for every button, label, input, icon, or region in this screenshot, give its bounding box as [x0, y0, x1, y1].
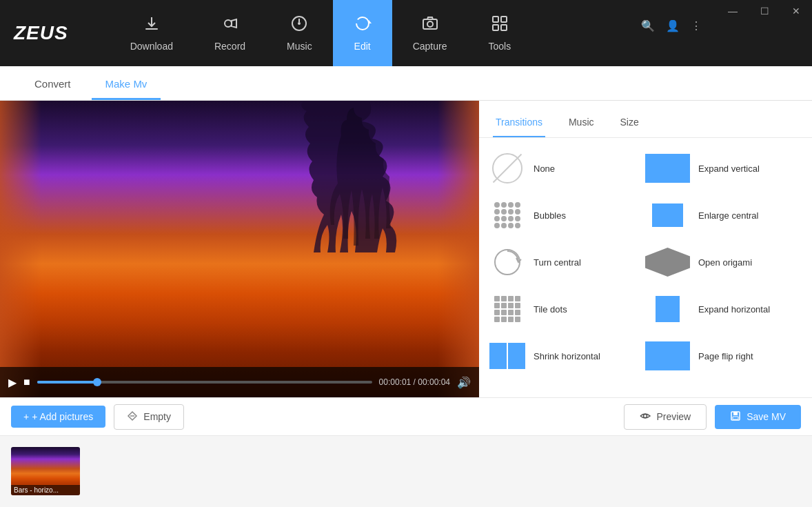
- svg-point-11: [644, 414, 647, 417]
- nav-item-music[interactable]: Music: [266, 8, 333, 59]
- shrink-horizontal-label: Shrink horizontal: [534, 351, 637, 361]
- empty-label: Empty: [143, 411, 171, 422]
- maximize-button[interactable]: ☐: [749, 0, 780, 22]
- progress-thumb: [93, 378, 101, 386]
- add-icon: +: [23, 411, 29, 422]
- open-origami-preview: [645, 248, 690, 277]
- enlarge-central-label: Enlarge central: [698, 210, 802, 221]
- page-flip-right-preview: [645, 341, 690, 370]
- transition-shrink-horizontal[interactable]: Shrink horizontal Page flip right: [479, 332, 812, 379]
- minimize-button[interactable]: —: [717, 0, 749, 22]
- app-logo: ZEUS: [14, 22, 68, 44]
- eye-icon: [640, 410, 651, 424]
- svg-point-3: [298, 22, 301, 25]
- nav-item-capture[interactable]: Capture: [392, 8, 468, 59]
- transition-none[interactable]: None Expand vertical: [479, 145, 812, 192]
- expand-horizontal-preview: [645, 295, 690, 324]
- record-icon: [221, 14, 239, 37]
- svg-rect-6: [493, 17, 498, 22]
- music-icon: [290, 14, 308, 37]
- video-controls: ▶ ■ 00:00:01 / 00:00:04 🔊: [0, 367, 479, 397]
- save-mv-label: Save MV: [747, 411, 786, 422]
- nav-label-tools: Tools: [488, 41, 511, 52]
- video-overlay-left: [0, 101, 41, 397]
- transitions-list: None Expand vertical Bubbles: [479, 138, 812, 397]
- transition-bubbles[interactable]: Bubbles Enlarge central: [479, 192, 812, 239]
- tree-silhouette: [286, 101, 424, 294]
- nav-items: Download Record Music: [110, 0, 798, 66]
- nav-item-tools[interactable]: Tools: [467, 8, 531, 59]
- nav-label-record: Record: [214, 41, 245, 52]
- transition-turn-central[interactable]: Turn central Open origami: [479, 239, 812, 286]
- add-pictures-label: + Add pictures: [32, 411, 93, 422]
- panel-tabs: Transitions Music Size: [479, 101, 812, 138]
- preview-label: Preview: [656, 411, 691, 422]
- nav-label-music: Music: [287, 41, 312, 52]
- video-overlay-right: [438, 101, 479, 397]
- bubbles-label: Bubbles: [534, 210, 637, 221]
- nav-item-download[interactable]: Download: [110, 8, 194, 59]
- video-player: ▶ ■ 00:00:01 / 00:00:04 🔊: [0, 101, 479, 397]
- tab-size[interactable]: Size: [618, 111, 642, 137]
- transitions-panel: Transitions Music Size None Expand verti…: [479, 101, 812, 397]
- tab-transitions[interactable]: Transitions: [493, 111, 545, 137]
- capture-icon: [421, 14, 439, 37]
- play-button[interactable]: ▶: [8, 376, 17, 389]
- nav-label-download: Download: [130, 41, 173, 52]
- save-icon: [730, 410, 741, 424]
- window-controls: — ☐ ✕: [717, 0, 812, 22]
- svg-rect-8: [493, 25, 498, 30]
- more-icon[interactable]: ⋮: [691, 19, 702, 32]
- tab-convert[interactable]: Convert: [21, 70, 85, 100]
- topnav: ZEUS Download Record: [0, 0, 812, 66]
- filmstrip: Bars - horizo...: [0, 436, 812, 507]
- stop-button[interactable]: ■: [23, 376, 30, 388]
- empty-button[interactable]: Empty: [114, 404, 184, 430]
- none-label: None: [534, 163, 637, 174]
- nav-item-record[interactable]: Record: [194, 8, 266, 59]
- main-content: ▶ ■ 00:00:01 / 00:00:04 🔊 Transitions Mu…: [0, 101, 812, 397]
- svg-rect-0: [145, 28, 158, 30]
- download-icon: [143, 14, 161, 37]
- expand-vertical-preview: [645, 154, 690, 183]
- tab-music[interactable]: Music: [566, 111, 597, 137]
- add-pictures-button[interactable]: + + Add pictures: [11, 406, 105, 428]
- subtabs: Convert Make Mv: [0, 66, 812, 101]
- svg-rect-14: [733, 417, 738, 419]
- nav-item-edit[interactable]: Edit: [333, 0, 392, 66]
- empty-icon: [127, 410, 138, 424]
- edit-icon: [354, 14, 372, 37]
- page-flip-right-label: Page flip right: [698, 351, 802, 361]
- transition-tile-dots[interactable]: Tile dots Expand horizontal: [479, 286, 812, 332]
- tile-dots-label: Tile dots: [534, 304, 637, 315]
- tab-makemv[interactable]: Make Mv: [92, 70, 161, 100]
- preview-button[interactable]: Preview: [624, 404, 707, 430]
- progress-fill: [37, 381, 97, 384]
- turn-central-label: Turn central: [534, 257, 637, 268]
- svg-point-10: [495, 250, 520, 275]
- nav-label-capture: Capture: [413, 41, 447, 52]
- top-right-icons: 🔍 👤 ⋮: [641, 19, 702, 32]
- bottom-toolbar: + + Add pictures Empty Preview: [0, 397, 812, 436]
- volume-icon[interactable]: 🔊: [457, 376, 471, 389]
- svg-point-1: [225, 20, 232, 27]
- share-icon[interactable]: 👤: [666, 19, 680, 32]
- search-icon[interactable]: 🔍: [641, 19, 655, 32]
- filmstrip-item[interactable]: Bars - horizo...: [11, 447, 80, 495]
- time-display: 00:00:01 / 00:00:04: [379, 377, 450, 387]
- svg-point-5: [427, 21, 433, 27]
- tools-icon: [491, 14, 509, 37]
- svg-rect-7: [501, 17, 507, 22]
- expand-horizontal-label: Expand horizontal: [698, 304, 802, 315]
- filmstrip-label: Bars - horizo...: [11, 485, 80, 495]
- none-icon: [489, 150, 525, 186]
- bubbles-icon: [489, 197, 525, 233]
- progress-bar[interactable]: [37, 381, 372, 384]
- tile-dots-icon: [489, 291, 525, 327]
- close-button[interactable]: ✕: [780, 0, 812, 22]
- open-origami-label: Open origami: [698, 257, 802, 268]
- enlarge-central-preview: [645, 201, 690, 230]
- svg-rect-9: [501, 25, 507, 30]
- turn-icon: [489, 244, 525, 280]
- save-mv-button[interactable]: Save MV: [715, 405, 801, 429]
